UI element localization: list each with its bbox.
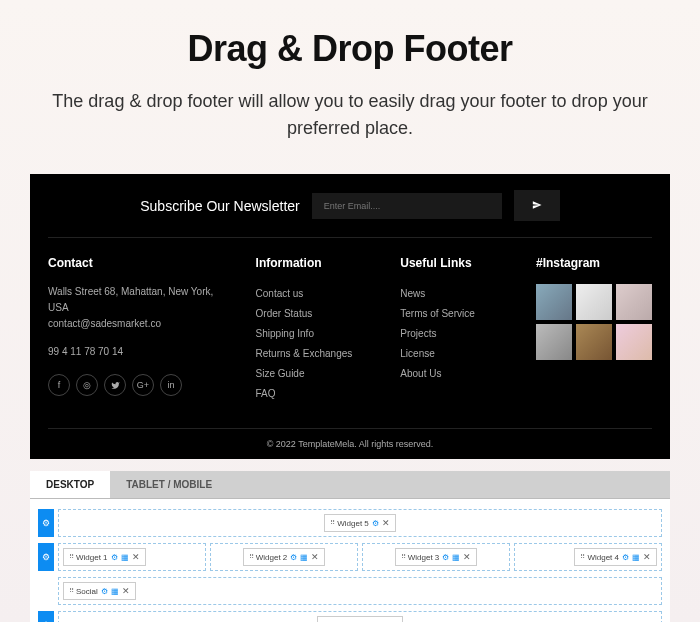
list-item[interactable]: Terms of Service: [400, 304, 508, 324]
newsletter-bar: Subscribe Our Newsletter: [48, 174, 652, 238]
instagram-thumb[interactable]: [576, 284, 612, 320]
gear-icon[interactable]: ⚙: [442, 553, 449, 562]
widget-chip[interactable]: ⠿Social ⚙ ▦ ✕: [63, 582, 136, 600]
send-icon: [532, 198, 542, 213]
close-icon[interactable]: ✕: [311, 552, 319, 562]
close-icon[interactable]: ✕: [122, 586, 130, 596]
layout-icon[interactable]: ▦: [632, 553, 640, 562]
close-icon[interactable]: ✕: [463, 552, 471, 562]
list-item[interactable]: About Us: [400, 364, 508, 384]
contact-phone: 99 4 11 78 70 14: [48, 344, 228, 360]
list-item[interactable]: Returns & Exchanges: [256, 344, 373, 364]
list-item[interactable]: Size Guide: [256, 364, 373, 384]
drop-slot[interactable]: ⠿Widget 4 ⚙ ▦ ✕: [514, 543, 662, 571]
newsletter-submit[interactable]: [514, 190, 560, 221]
row-settings-button[interactable]: ⚙: [38, 611, 54, 622]
widget-chip[interactable]: ⠿Copyright ⚙ ▦ ✕: [317, 616, 402, 622]
drag-handle-icon: ⠿: [249, 553, 253, 561]
layout-icon[interactable]: ▦: [452, 553, 460, 562]
page-subtitle: The drag & drop footer will allow you to…: [30, 88, 670, 142]
row-settings-button[interactable]: ⚙: [38, 509, 54, 537]
page-title: Drag & Drop Footer: [30, 28, 670, 70]
gear-icon: ⚙: [42, 518, 50, 528]
linkedin-icon[interactable]: in: [160, 374, 182, 396]
instagram-heading: #Instagram: [536, 256, 652, 270]
tab-mobile[interactable]: TABLET / MOBILE: [110, 471, 228, 498]
drop-slot[interactable]: ⠿Copyright ⚙ ▦ ✕: [58, 611, 662, 622]
gear-icon[interactable]: ⚙: [111, 553, 118, 562]
gear-icon[interactable]: ⚙: [622, 553, 629, 562]
instagram-thumb[interactable]: [576, 324, 612, 360]
widget-chip[interactable]: ⠿Widget 3 ⚙ ▦ ✕: [395, 548, 478, 566]
gear-icon[interactable]: ⚙: [372, 519, 379, 528]
drag-handle-icon: ⠿: [580, 553, 584, 561]
drag-handle-icon: ⠿: [330, 519, 334, 527]
widget-chip[interactable]: ⠿Widget 4 ⚙ ▦ ✕: [574, 548, 657, 566]
facebook-icon[interactable]: f: [48, 374, 70, 396]
footer-builder: DESKTOP TABLET / MOBILE ⚙ ⠿Widget 5 ⚙ ✕ …: [30, 471, 670, 622]
instagram-column: #Instagram: [536, 256, 652, 404]
instagram-thumb[interactable]: [536, 284, 572, 320]
close-icon[interactable]: ✕: [132, 552, 140, 562]
drop-slot[interactable]: ⠿Widget 1 ⚙ ▦ ✕: [58, 543, 206, 571]
copyright-text: © 2022 TemplateMela. All rights reserved…: [48, 428, 652, 459]
useful-column: Useful Links News Terms of Service Proje…: [400, 256, 508, 404]
drop-slot[interactable]: ⠿Widget 2 ⚙ ▦ ✕: [210, 543, 358, 571]
row-settings-button[interactable]: ⚙: [38, 543, 54, 571]
instagram-thumb[interactable]: [616, 324, 652, 360]
list-item[interactable]: Order Status: [256, 304, 373, 324]
instagram-thumb[interactable]: [616, 284, 652, 320]
list-item[interactable]: Shipping Info: [256, 324, 373, 344]
contact-email: contact@sadesmarket.co: [48, 316, 228, 332]
layout-icon[interactable]: ▦: [300, 553, 308, 562]
newsletter-label: Subscribe Our Newsletter: [140, 198, 300, 214]
widget-chip[interactable]: ⠿Widget 1 ⚙ ▦ ✕: [63, 548, 146, 566]
layout-icon[interactable]: ▦: [111, 587, 119, 596]
list-item[interactable]: FAQ: [256, 384, 373, 404]
close-icon[interactable]: ✕: [643, 552, 651, 562]
drag-handle-icon: ⠿: [401, 553, 405, 561]
drop-slot[interactable]: ⠿Widget 3 ⚙ ▦ ✕: [362, 543, 510, 571]
instagram-thumb[interactable]: [536, 324, 572, 360]
drag-handle-icon: ⠿: [69, 587, 73, 595]
useful-heading: Useful Links: [400, 256, 508, 270]
gear-icon[interactable]: ⚙: [101, 587, 108, 596]
instagram-icon[interactable]: ◎: [76, 374, 98, 396]
list-item[interactable]: Contact us: [256, 284, 373, 304]
widget-chip[interactable]: ⠿Widget 2 ⚙ ▦ ✕: [243, 548, 326, 566]
google-plus-icon[interactable]: G+: [132, 374, 154, 396]
gear-icon: ⚙: [42, 552, 50, 562]
contact-column: Contact Walls Street 68, Mahattan, New Y…: [48, 256, 228, 404]
tab-desktop[interactable]: DESKTOP: [30, 471, 110, 498]
newsletter-input[interactable]: [312, 193, 502, 219]
footer-preview: Subscribe Our Newsletter Contact Walls S…: [30, 174, 670, 459]
information-heading: Information: [256, 256, 373, 270]
drop-slot[interactable]: ⠿Social ⚙ ▦ ✕: [58, 577, 662, 605]
contact-address: Walls Street 68, Mahattan, New York, USA: [48, 284, 228, 316]
twitter-icon[interactable]: [104, 374, 126, 396]
gear-icon[interactable]: ⚙: [290, 553, 297, 562]
contact-heading: Contact: [48, 256, 228, 270]
list-item[interactable]: License: [400, 344, 508, 364]
drop-slot[interactable]: ⠿Widget 5 ⚙ ✕: [58, 509, 662, 537]
information-column: Information Contact us Order Status Ship…: [256, 256, 373, 404]
close-icon[interactable]: ✕: [382, 518, 390, 528]
drag-handle-icon: ⠿: [69, 553, 73, 561]
layout-icon[interactable]: ▦: [121, 553, 129, 562]
list-item[interactable]: Projects: [400, 324, 508, 344]
list-item[interactable]: News: [400, 284, 508, 304]
widget-chip[interactable]: ⠿Widget 5 ⚙ ✕: [324, 514, 396, 532]
